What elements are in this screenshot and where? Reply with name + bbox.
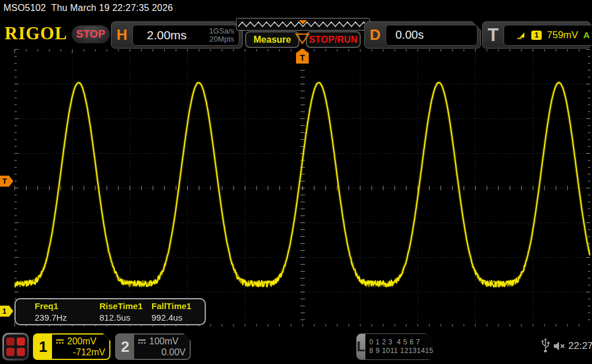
channel2-number: 2 xyxy=(116,335,134,359)
logic-channels-row1: 0 1 2 3 4 5 6 7 xyxy=(369,338,434,347)
channel1-offset: -712mV xyxy=(73,347,105,358)
horizontal-label: H xyxy=(112,26,132,44)
trigger-label: T xyxy=(483,25,504,46)
trigger-source-badge: 1 xyxy=(531,31,542,40)
timebase-display: 2.00ms 1GSa/s 20Mpts xyxy=(132,25,239,46)
channel2-settings: 100mV 0.00V xyxy=(134,335,190,359)
clock: 22:27 xyxy=(568,340,592,352)
dc-coupling-icon xyxy=(138,339,146,344)
dc-coupling-icon xyxy=(56,339,64,344)
model-and-datetime: MSO5102 Thu March 19 22:27:35 2026 xyxy=(3,3,173,13)
trigger-mode: A xyxy=(583,30,590,40)
memory-preview-strip[interactable] xyxy=(236,18,370,31)
usb-icon xyxy=(541,338,550,353)
trigger-panel[interactable]: T 1 759mV A xyxy=(482,21,591,49)
logic-analyzer-label: L xyxy=(357,334,365,359)
measurement-value: 992.4us xyxy=(151,313,207,322)
waveform-graticule[interactable] xyxy=(14,49,590,326)
measurement-label[interactable]: RiseTime1 xyxy=(99,301,151,313)
logic-channel-list: 0 1 2 3 4 5 6 7 8 9 1011 12131415 xyxy=(365,334,434,359)
trigger-display: 1 759mV A xyxy=(504,25,592,46)
channel1-settings: 200mV -712mV xyxy=(52,335,109,359)
run-state-badge: STOP xyxy=(72,25,110,43)
delay-label: D xyxy=(365,26,386,44)
channel1-scale: 200mV xyxy=(67,336,97,347)
speaker-muted-icon xyxy=(553,341,567,351)
oscilloscope-screen: MSO5102 Thu March 19 22:27:35 2026 RIGOL… xyxy=(0,0,592,364)
measurement-value: 812.5us xyxy=(99,313,151,322)
timebase-value: 2.00ms xyxy=(133,28,209,42)
measurement-label[interactable]: Freq1 xyxy=(35,301,99,313)
channel2-block[interactable]: 2 100mV 0.00V xyxy=(115,333,191,360)
ch1-offset-marker[interactable]: 1 xyxy=(0,306,13,317)
trigger-level-marker[interactable]: T xyxy=(0,176,13,187)
delay-panel[interactable]: D 0.00s xyxy=(364,21,481,49)
menu-grid-icon xyxy=(4,335,27,359)
channel1-block[interactable]: 1 200mV -712mV xyxy=(33,333,110,360)
logic-channels-row2: 8 9 1011 12131415 xyxy=(369,347,434,355)
trigger-position-outline-icon xyxy=(295,33,310,44)
trigger-slope-icon xyxy=(517,31,526,40)
measure-button[interactable]: Measure xyxy=(245,31,299,48)
channel2-scale: 100mV xyxy=(149,336,179,347)
horizontal-panel[interactable]: H 2.00ms 1GSa/s 20Mpts xyxy=(111,21,243,49)
stop-run-button[interactable]: STOP/RUN xyxy=(306,31,361,48)
main-menu-button[interactable] xyxy=(2,333,29,361)
trigger-level-value: 759mV xyxy=(547,29,578,41)
rigol-logo: RIGOL xyxy=(5,23,67,44)
channel2-offset: 0.00V xyxy=(161,347,186,358)
measurement-panel[interactable]: Freq1 RiseTime1 FallTime1 239.7Hz 812.5u… xyxy=(14,298,206,325)
delay-value: 0.00s xyxy=(386,28,424,42)
delay-display: 0.00s xyxy=(386,25,478,46)
logic-analyzer-block[interactable]: L 0 1 2 3 4 5 6 7 8 9 1011 12131415 xyxy=(356,333,433,360)
measurement-value: 239.7Hz xyxy=(35,313,99,322)
sample-rate: 1GSa/s 20Mpts xyxy=(209,27,239,43)
channel1-number: 1 xyxy=(34,335,52,359)
measurement-label[interactable]: FallTime1 xyxy=(151,301,207,313)
